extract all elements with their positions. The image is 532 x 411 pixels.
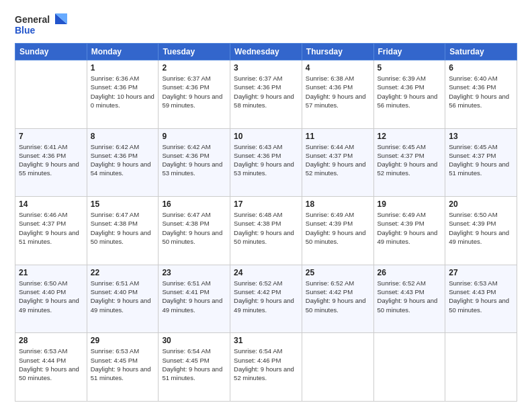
calendar-cell: 31Sunrise: 6:54 AMSunset: 4:46 PMDayligh… (230, 333, 302, 402)
calendar-cell: 24Sunrise: 6:52 AMSunset: 4:42 PMDayligh… (230, 265, 302, 333)
day-info: Sunrise: 6:38 AMSunset: 4:36 PMDaylight:… (306, 74, 370, 109)
calendar-cell: 5Sunrise: 6:39 AMSunset: 4:36 PMDaylight… (373, 60, 445, 129)
calendar-cell: 18Sunrise: 6:49 AMSunset: 4:39 PMDayligh… (302, 197, 373, 265)
calendar-cell: 27Sunrise: 6:53 AMSunset: 4:43 PMDayligh… (445, 265, 517, 333)
calendar-week-3: 14Sunrise: 6:46 AMSunset: 4:37 PMDayligh… (15, 197, 517, 265)
calendar-cell (302, 333, 373, 402)
day-info: Sunrise: 6:52 AMSunset: 4:42 PMDaylight:… (234, 279, 298, 314)
day-info: Sunrise: 6:44 AMSunset: 4:37 PMDaylight:… (306, 142, 370, 178)
calendar-cell: 20Sunrise: 6:50 AMSunset: 4:39 PMDayligh… (445, 197, 517, 265)
day-number: 1 (91, 63, 155, 73)
calendar-cell: 9Sunrise: 6:42 AMSunset: 4:36 PMDaylight… (159, 128, 230, 197)
calendar-cell: 23Sunrise: 6:51 AMSunset: 4:41 PMDayligh… (159, 265, 230, 333)
calendar-cell: 6Sunrise: 6:40 AMSunset: 4:36 PMDaylight… (445, 60, 517, 129)
day-info: Sunrise: 6:54 AMSunset: 4:45 PMDaylight:… (162, 347, 226, 382)
calendar-cell: 25Sunrise: 6:52 AMSunset: 4:42 PMDayligh… (302, 265, 373, 333)
day-number: 14 (19, 199, 83, 209)
day-info: Sunrise: 6:47 AMSunset: 4:38 PMDaylight:… (162, 210, 226, 246)
calendar-cell: 14Sunrise: 6:46 AMSunset: 4:37 PMDayligh… (15, 197, 87, 265)
calendar-week-4: 21Sunrise: 6:50 AMSunset: 4:40 PMDayligh… (15, 265, 517, 333)
day-number: 10 (234, 132, 298, 141)
calendar-week-2: 7Sunrise: 6:41 AMSunset: 4:36 PMDaylight… (15, 128, 517, 197)
day-number: 8 (91, 132, 155, 141)
day-info: Sunrise: 6:42 AMSunset: 4:36 PMDaylight:… (162, 142, 226, 178)
day-number: 17 (234, 199, 298, 209)
calendar-cell: 13Sunrise: 6:45 AMSunset: 4:37 PMDayligh… (445, 128, 517, 197)
calendar-cell (373, 333, 445, 402)
day-info: Sunrise: 6:52 AMSunset: 4:42 PMDaylight:… (306, 279, 370, 314)
calendar-cell: 26Sunrise: 6:52 AMSunset: 4:43 PMDayligh… (373, 265, 445, 333)
day-number: 18 (306, 199, 370, 209)
logo-svg: GeneralBlue (15, 12, 69, 38)
weekday-header-wednesday: Wednesday (230, 44, 302, 60)
day-info: Sunrise: 6:53 AMSunset: 4:45 PMDaylight:… (91, 347, 155, 382)
day-number: 2 (162, 63, 226, 73)
day-number: 7 (19, 132, 83, 141)
day-number: 15 (91, 199, 155, 209)
day-number: 19 (378, 199, 442, 209)
day-number: 29 (91, 336, 155, 345)
day-number: 26 (378, 268, 442, 277)
day-number: 22 (91, 268, 155, 277)
day-number: 21 (19, 268, 83, 277)
day-number: 20 (449, 199, 513, 209)
calendar-cell: 2Sunrise: 6:37 AMSunset: 4:36 PMDaylight… (159, 60, 230, 129)
day-info: Sunrise: 6:49 AMSunset: 4:39 PMDaylight:… (306, 210, 370, 246)
day-info: Sunrise: 6:54 AMSunset: 4:46 PMDaylight:… (234, 347, 298, 382)
day-number: 3 (234, 63, 298, 73)
calendar-cell: 28Sunrise: 6:53 AMSunset: 4:44 PMDayligh… (15, 333, 87, 402)
day-info: Sunrise: 6:41 AMSunset: 4:36 PMDaylight:… (19, 142, 83, 178)
day-info: Sunrise: 6:43 AMSunset: 4:36 PMDaylight:… (234, 142, 298, 178)
day-number: 16 (162, 199, 226, 209)
day-number: 25 (306, 268, 370, 277)
calendar-cell: 29Sunrise: 6:53 AMSunset: 4:45 PMDayligh… (87, 333, 159, 402)
day-info: Sunrise: 6:46 AMSunset: 4:37 PMDaylight:… (19, 210, 83, 246)
weekday-header-monday: Monday (87, 44, 159, 60)
calendar-cell: 16Sunrise: 6:47 AMSunset: 4:38 PMDayligh… (159, 197, 230, 265)
day-number: 5 (378, 63, 442, 73)
calendar-week-1: 1Sunrise: 6:36 AMSunset: 4:36 PMDaylight… (15, 60, 517, 129)
day-info: Sunrise: 6:52 AMSunset: 4:43 PMDaylight:… (378, 279, 442, 314)
calendar-table: SundayMondayTuesdayWednesdayThursdayFrid… (15, 43, 517, 402)
calendar-cell: 1Sunrise: 6:36 AMSunset: 4:36 PMDaylight… (87, 60, 159, 129)
day-number: 4 (306, 63, 370, 73)
calendar-cell: 22Sunrise: 6:51 AMSunset: 4:40 PMDayligh… (87, 265, 159, 333)
day-number: 11 (306, 132, 370, 141)
calendar-cell (15, 60, 87, 129)
day-number: 9 (162, 132, 226, 141)
weekday-header-friday: Friday (373, 44, 445, 60)
day-number: 12 (378, 132, 442, 141)
day-info: Sunrise: 6:53 AMSunset: 4:43 PMDaylight:… (449, 279, 513, 314)
day-number: 31 (234, 336, 298, 345)
day-info: Sunrise: 6:37 AMSunset: 4:36 PMDaylight:… (162, 74, 226, 109)
calendar-week-5: 28Sunrise: 6:53 AMSunset: 4:44 PMDayligh… (15, 333, 517, 402)
calendar-cell (445, 333, 517, 402)
calendar-cell: 30Sunrise: 6:54 AMSunset: 4:45 PMDayligh… (159, 333, 230, 402)
weekday-header-sunday: Sunday (15, 44, 87, 60)
day-number: 27 (449, 268, 513, 277)
weekday-header-tuesday: Tuesday (159, 44, 230, 60)
day-info: Sunrise: 6:50 AMSunset: 4:39 PMDaylight:… (449, 210, 513, 246)
day-info: Sunrise: 6:53 AMSunset: 4:44 PMDaylight:… (19, 347, 83, 382)
day-info: Sunrise: 6:45 AMSunset: 4:37 PMDaylight:… (449, 142, 513, 178)
header: GeneralBlue (15, 12, 517, 38)
logo: GeneralBlue (15, 12, 69, 38)
day-info: Sunrise: 6:49 AMSunset: 4:39 PMDaylight:… (378, 210, 442, 246)
day-info: Sunrise: 6:51 AMSunset: 4:41 PMDaylight:… (162, 279, 226, 314)
calendar-cell: 10Sunrise: 6:43 AMSunset: 4:36 PMDayligh… (230, 128, 302, 197)
calendar-cell: 12Sunrise: 6:45 AMSunset: 4:37 PMDayligh… (373, 128, 445, 197)
calendar-cell: 7Sunrise: 6:41 AMSunset: 4:36 PMDaylight… (15, 128, 87, 197)
calendar-cell: 21Sunrise: 6:50 AMSunset: 4:40 PMDayligh… (15, 265, 87, 333)
day-info: Sunrise: 6:47 AMSunset: 4:38 PMDaylight:… (91, 210, 155, 246)
day-info: Sunrise: 6:51 AMSunset: 4:40 PMDaylight:… (91, 279, 155, 314)
day-info: Sunrise: 6:37 AMSunset: 4:36 PMDaylight:… (234, 74, 298, 109)
day-info: Sunrise: 6:36 AMSunset: 4:36 PMDaylight:… (91, 74, 155, 109)
svg-text:Blue: Blue (15, 25, 36, 36)
calendar-cell: 17Sunrise: 6:48 AMSunset: 4:38 PMDayligh… (230, 197, 302, 265)
calendar-cell: 15Sunrise: 6:47 AMSunset: 4:38 PMDayligh… (87, 197, 159, 265)
calendar-cell: 4Sunrise: 6:38 AMSunset: 4:36 PMDaylight… (302, 60, 373, 129)
day-info: Sunrise: 6:45 AMSunset: 4:37 PMDaylight:… (378, 142, 442, 178)
day-info: Sunrise: 6:50 AMSunset: 4:40 PMDaylight:… (19, 279, 83, 314)
day-info: Sunrise: 6:42 AMSunset: 4:36 PMDaylight:… (91, 142, 155, 178)
day-number: 23 (162, 268, 226, 277)
